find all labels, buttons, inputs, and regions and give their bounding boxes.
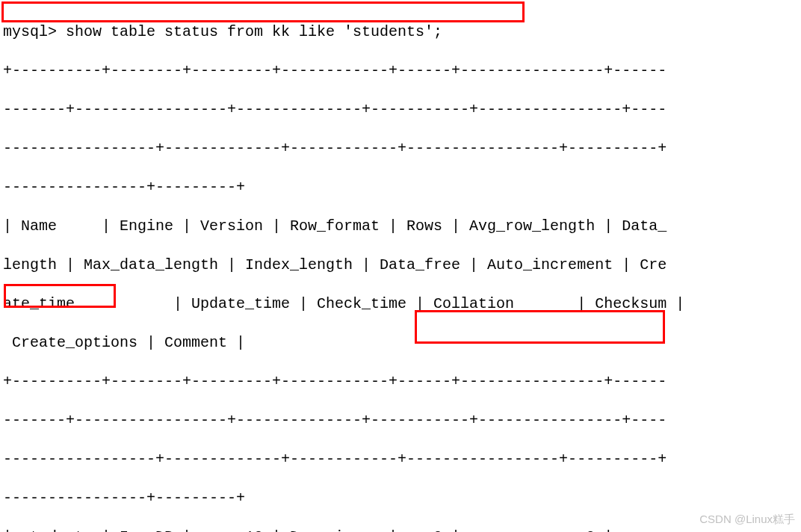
separator-line: -----------------+-------------+--------… xyxy=(3,139,798,158)
separator-line: +----------+--------+---------+---------… xyxy=(3,372,798,392)
header-line: | Name | Engine | Version | Row_format |… xyxy=(3,217,798,236)
terminal-output: mysql> show table status from kk like 's… xyxy=(3,3,798,532)
separator-line: -------+-----------------+--------------… xyxy=(3,100,798,120)
header-line: ate_time | Update_time | Check_time | Co… xyxy=(3,294,798,314)
header-line: length | Max_data_length | Index_length … xyxy=(3,256,798,275)
separator-line: -------+-----------------+--------------… xyxy=(3,411,798,430)
sql-command: show table status from kk like 'students… xyxy=(66,23,442,40)
separator-line: ----------------+---------+ xyxy=(3,489,798,508)
prompt: mysql> xyxy=(3,23,66,40)
watermark-text: CSDN @Linux糕手 xyxy=(699,512,795,527)
separator-line: -----------------+-------------+--------… xyxy=(3,450,798,469)
data-line: | students | InnoDB | 10 | Dynamic | 0 |… xyxy=(3,528,798,532)
separator-line: ----------------+---------+ xyxy=(3,178,798,197)
separator-line: +----------+--------+---------+---------… xyxy=(3,61,798,81)
header-line: Create_options | Comment | xyxy=(3,333,798,353)
command-line: mysql> show table status from kk like 's… xyxy=(3,22,798,42)
